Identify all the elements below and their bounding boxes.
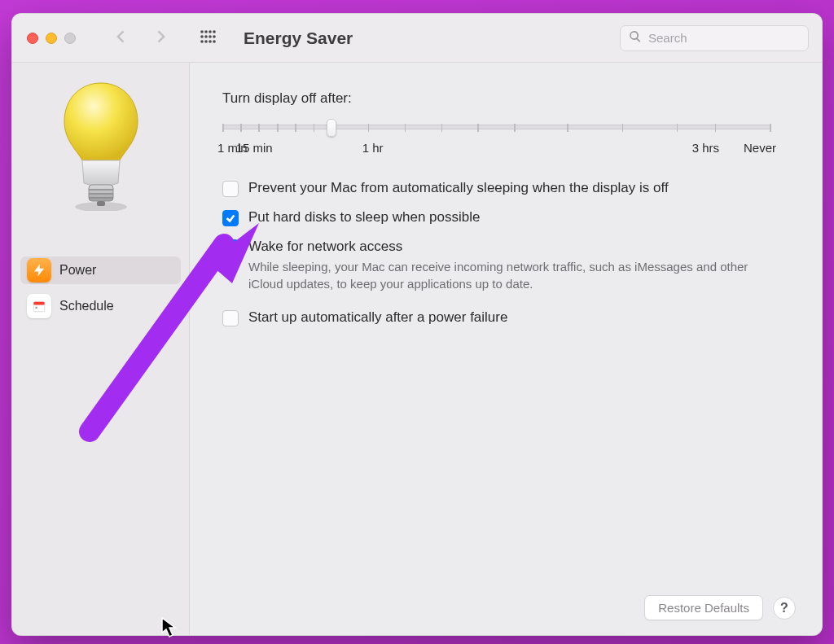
options-list: Prevent your Mac from automatically slee… [222, 179, 788, 326]
option-description: While sleeping, your Mac can receive inc… [248, 259, 786, 292]
svg-point-3 [213, 30, 216, 33]
option-wake-network[interactable]: Wake for network access While sleeping, … [222, 238, 788, 292]
option-startup-after-failure[interactable]: Start up automatically after a power fai… [222, 309, 788, 326]
svg-point-9 [204, 40, 208, 43]
option-label: Start up automatically after a power fai… [248, 309, 507, 326]
svg-point-11 [213, 40, 216, 43]
sidebar-item-schedule[interactable]: Schedule [20, 292, 181, 320]
preferences-window: Energy Saver [11, 13, 823, 636]
search-icon [629, 30, 642, 46]
sidebar-item-label: Power [59, 263, 96, 278]
search-input[interactable] [647, 30, 800, 46]
tick-label: Never [744, 141, 776, 155]
svg-point-5 [204, 35, 208, 38]
display-off-slider[interactable] [222, 125, 770, 129]
option-label: Wake for network access [248, 238, 786, 256]
calendar-icon [27, 294, 51, 318]
window-title: Energy Saver [244, 28, 613, 48]
traffic-lights [27, 33, 76, 44]
checkbox[interactable] [222, 310, 239, 326]
window-toolbar: Energy Saver [12, 14, 822, 63]
back-button[interactable] [113, 28, 129, 48]
slider-tick-labels: 1 min 15 min 1 hr 3 hrs Never [217, 141, 776, 155]
svg-point-10 [208, 40, 212, 43]
forward-button-disabled [152, 28, 169, 48]
svg-rect-19 [33, 302, 45, 305]
svg-point-7 [213, 35, 216, 38]
sidebar-item-label: Schedule [59, 299, 114, 313]
minimize-window-button[interactable] [46, 33, 57, 44]
zoom-window-button-disabled [64, 33, 76, 44]
svg-point-1 [204, 30, 208, 33]
svg-rect-20 [36, 307, 37, 309]
sidebar-item-power[interactable]: Power [20, 256, 181, 284]
svg-point-4 [200, 35, 204, 38]
option-label: Prevent your Mac from automatically slee… [248, 179, 669, 197]
option-label: Put hard disks to sleep when possible [248, 208, 480, 226]
slider-label: Turn display off after: [222, 90, 788, 107]
bolt-icon [27, 258, 51, 283]
window-body: Power Schedule Turn display off after: [12, 63, 822, 635]
close-window-button[interactable] [27, 33, 38, 44]
help-button[interactable]: ? [773, 597, 796, 620]
energy-saver-bulb-icon [20, 81, 181, 211]
footer-buttons: Restore Defaults ? [644, 595, 796, 620]
main-panel: Turn display off after: [190, 63, 822, 635]
sidebar: Power Schedule [12, 63, 190, 635]
restore-defaults-button[interactable]: Restore Defaults [644, 595, 763, 620]
option-hard-disks-sleep[interactable]: Put hard disks to sleep when possible [222, 208, 788, 226]
tick-label: 1 hr [362, 141, 384, 155]
svg-point-6 [208, 35, 212, 38]
checkbox-checked[interactable] [222, 210, 239, 226]
search-field[interactable] [620, 25, 809, 51]
checkbox[interactable] [222, 181, 239, 197]
nav-buttons [113, 28, 169, 48]
show-all-button[interactable] [200, 29, 217, 47]
option-prevent-sleep[interactable]: Prevent your Mac from automatically slee… [222, 179, 788, 197]
svg-rect-13 [89, 185, 113, 201]
tick-label: 15 min [236, 141, 273, 155]
svg-rect-17 [97, 201, 105, 206]
tick-label: 3 hrs [692, 141, 719, 155]
slider-knob[interactable] [327, 119, 336, 137]
checkbox-checked[interactable] [222, 239, 239, 256]
svg-point-8 [200, 40, 204, 43]
svg-point-0 [200, 30, 204, 33]
desktop-background: Energy Saver [0, 0, 834, 644]
svg-point-2 [208, 30, 212, 33]
